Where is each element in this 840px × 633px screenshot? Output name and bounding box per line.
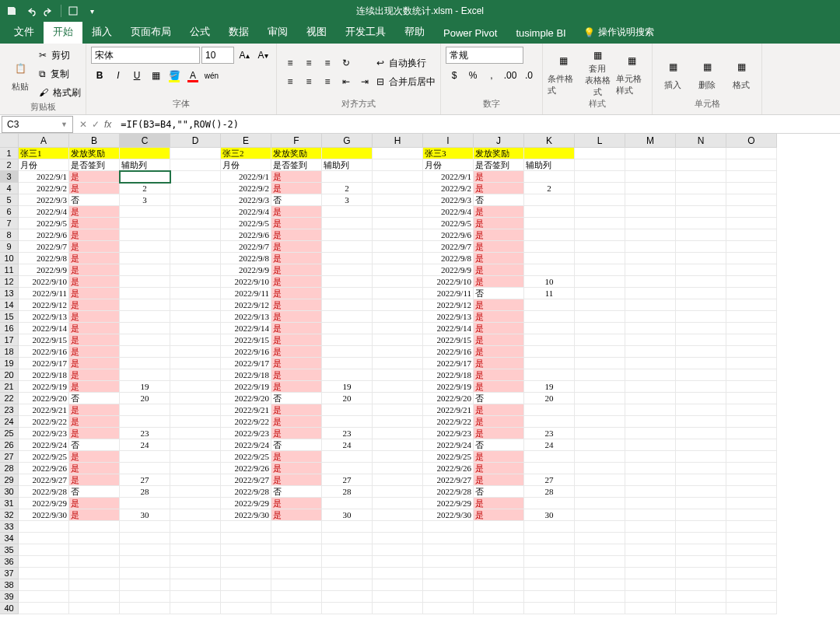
fx-icon[interactable]: fx (104, 119, 111, 130)
paste-button[interactable]: 📋 粘贴 (5, 48, 36, 100)
cell-F13[interactable]: 是 (271, 288, 322, 299)
cell-D37[interactable] (170, 568, 221, 579)
cell-G40[interactable] (322, 603, 373, 614)
cell-C17[interactable] (120, 334, 170, 346)
cell-C1[interactable] (120, 148, 170, 159)
cell-E1[interactable]: 张三2 (221, 148, 271, 159)
cell-B25[interactable]: 是 (69, 428, 120, 439)
cell-F32[interactable]: 是 (271, 509, 322, 521)
cell-A1[interactable]: 张三1 (19, 148, 69, 159)
cell-D21[interactable] (170, 381, 221, 393)
cell-E27[interactable]: 2022/9/25 (221, 451, 271, 463)
cell-H9[interactable] (373, 241, 423, 253)
row-header-32[interactable]: 32 (0, 509, 19, 521)
cell-O1[interactable] (726, 148, 777, 159)
cell-B18[interactable]: 是 (69, 346, 120, 358)
cell-C37[interactable] (120, 568, 170, 579)
cell-K23[interactable] (524, 404, 575, 416)
cell-D23[interactable] (170, 404, 221, 416)
cell-M27[interactable] (625, 451, 676, 463)
cell-H5[interactable] (373, 194, 423, 206)
cell-J13[interactable]: 否 (474, 288, 524, 299)
row-header-25[interactable]: 25 (0, 428, 19, 439)
cell-B30[interactable]: 否 (69, 486, 120, 498)
cell-H40[interactable] (373, 603, 423, 614)
cell-F26[interactable]: 否 (271, 439, 322, 451)
tab-formula[interactable]: 公式 (180, 20, 219, 44)
cell-B27[interactable]: 是 (69, 451, 120, 463)
cell-K19[interactable] (524, 358, 575, 369)
cell-K18[interactable] (524, 346, 575, 358)
cell-B28[interactable]: 是 (69, 463, 120, 474)
cell-C9[interactable] (120, 241, 170, 253)
cell-A23[interactable]: 2022/9/21 (19, 404, 69, 416)
increase-decimal-icon[interactable]: .00 (502, 67, 519, 84)
cell-M14[interactable] (625, 299, 676, 311)
cell-K2[interactable]: 辅助列 (524, 159, 575, 171)
cell-O6[interactable] (726, 206, 777, 218)
cell-I34[interactable] (423, 533, 474, 544)
row-header-18[interactable]: 18 (0, 346, 19, 358)
cell-L25[interactable] (575, 428, 625, 439)
cell-A16[interactable]: 2022/9/14 (19, 323, 69, 334)
tab-file[interactable]: 文件 (5, 20, 44, 44)
cell-K34[interactable] (524, 533, 575, 544)
cell-L6[interactable] (575, 206, 625, 218)
align-center-icon[interactable]: ≡ (300, 73, 317, 90)
cell-E16[interactable]: 2022/9/14 (221, 323, 271, 334)
cell-A28[interactable]: 2022/9/26 (19, 463, 69, 474)
cell-E37[interactable] (221, 568, 271, 579)
cell-E18[interactable]: 2022/9/16 (221, 346, 271, 358)
cell-L30[interactable] (575, 486, 625, 498)
cell-F33[interactable] (271, 521, 322, 533)
cell-J16[interactable]: 是 (474, 323, 524, 334)
cell-G8[interactable] (322, 229, 373, 241)
cell-F3[interactable]: 是 (271, 171, 322, 183)
cell-N9[interactable] (676, 241, 726, 253)
cell-B11[interactable]: 是 (69, 264, 120, 276)
cell-A17[interactable]: 2022/9/15 (19, 334, 69, 346)
cell-K24[interactable] (524, 416, 575, 428)
cell-O38[interactable] (726, 579, 777, 591)
tab-developer[interactable]: 开发工具 (336, 20, 395, 44)
cell-L2[interactable] (575, 159, 625, 171)
col-header-O[interactable]: O (726, 134, 777, 148)
tab-insert[interactable]: 插入 (82, 20, 121, 44)
cell-H24[interactable] (373, 416, 423, 428)
cell-H33[interactable] (373, 521, 423, 533)
cell-A12[interactable]: 2022/9/10 (19, 276, 69, 288)
cell-I29[interactable]: 2022/9/27 (423, 474, 474, 486)
number-format-select[interactable] (446, 47, 523, 64)
cell-B3[interactable]: 是 (69, 171, 120, 183)
cell-N40[interactable] (676, 603, 726, 614)
cell-B29[interactable]: 是 (69, 474, 120, 486)
cell-E23[interactable]: 2022/9/21 (221, 404, 271, 416)
cell-L28[interactable] (575, 463, 625, 474)
cell-I1[interactable]: 张三3 (423, 148, 474, 159)
cell-B23[interactable]: 是 (69, 404, 120, 416)
cancel-formula-icon[interactable]: ✕ (79, 119, 87, 130)
cell-G19[interactable] (322, 358, 373, 369)
col-header-J[interactable]: J (474, 134, 524, 148)
cell-M40[interactable] (625, 603, 676, 614)
cell-E9[interactable]: 2022/9/7 (221, 241, 271, 253)
row-header-27[interactable]: 27 (0, 451, 19, 463)
cell-J25[interactable]: 是 (474, 428, 524, 439)
cell-H3[interactable] (373, 171, 423, 183)
cell-K35[interactable] (524, 544, 575, 556)
cell-B9[interactable]: 是 (69, 241, 120, 253)
cell-K11[interactable] (524, 264, 575, 276)
cell-D8[interactable] (170, 229, 221, 241)
cell-J29[interactable]: 是 (474, 474, 524, 486)
row-header-9[interactable]: 9 (0, 241, 19, 253)
align-left-icon[interactable]: ≡ (282, 73, 299, 90)
cell-J33[interactable] (474, 521, 524, 533)
cell-M17[interactable] (625, 334, 676, 346)
cell-G2[interactable]: 辅助列 (322, 159, 373, 171)
cell-N13[interactable] (676, 288, 726, 299)
cell-J4[interactable]: 是 (474, 183, 524, 194)
cell-K1[interactable] (524, 148, 575, 159)
cell-L15[interactable] (575, 311, 625, 323)
cell-E3[interactable]: 2022/9/1 (221, 171, 271, 183)
cell-O30[interactable] (726, 486, 777, 498)
